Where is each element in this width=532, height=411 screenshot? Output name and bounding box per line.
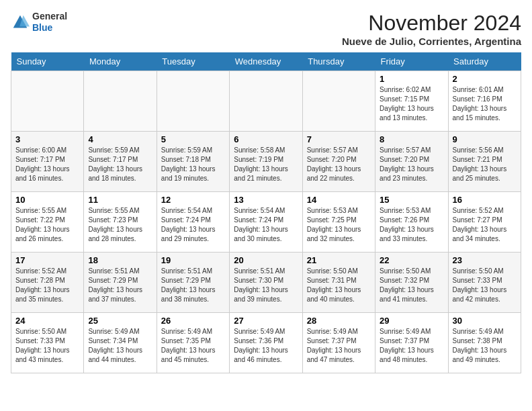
calendar-cell: 14Sunrise: 5:53 AM Sunset: 7:25 PM Dayli… (302, 192, 375, 253)
day-number: 12 (161, 195, 225, 205)
day-number: 14 (307, 195, 371, 205)
day-number: 9 (453, 134, 517, 144)
day-info: Sunrise: 5:57 AM Sunset: 7:20 PM Dayligh… (307, 146, 371, 183)
calendar-week-row: 10Sunrise: 5:55 AM Sunset: 7:22 PM Dayli… (11, 192, 521, 253)
day-number: 24 (15, 316, 79, 326)
day-number: 15 (380, 195, 443, 205)
day-number: 17 (15, 255, 79, 265)
calendar-week-row: 24Sunrise: 5:50 AM Sunset: 7:33 PM Dayli… (11, 313, 521, 373)
calendar-cell: 19Sunrise: 5:51 AM Sunset: 7:29 PM Dayli… (157, 253, 229, 313)
calendar-cell: 22Sunrise: 5:50 AM Sunset: 7:32 PM Dayli… (375, 253, 448, 313)
calendar-cell (11, 71, 84, 132)
calendar-cell: 17Sunrise: 5:52 AM Sunset: 7:28 PM Dayli… (11, 253, 84, 313)
day-info: Sunrise: 5:51 AM Sunset: 7:30 PM Dayligh… (234, 267, 298, 304)
day-info: Sunrise: 5:49 AM Sunset: 7:38 PM Dayligh… (453, 327, 517, 365)
calendar-table: SundayMondayTuesdayWednesdayThursdayFrid… (11, 52, 521, 373)
calendar-cell: 23Sunrise: 5:50 AM Sunset: 7:33 PM Dayli… (448, 253, 521, 313)
month-title: November 2024 (342, 11, 521, 36)
calendar-cell: 11Sunrise: 5:55 AM Sunset: 7:23 PM Dayli… (84, 192, 157, 253)
calendar-cell: 12Sunrise: 5:54 AM Sunset: 7:24 PM Dayli… (157, 192, 229, 253)
day-number: 5 (161, 134, 225, 144)
weekday-header-thursday: Thursday (302, 52, 375, 71)
day-number: 27 (234, 316, 298, 326)
day-info: Sunrise: 5:49 AM Sunset: 7:37 PM Dayligh… (380, 327, 443, 365)
calendar-cell: 16Sunrise: 5:52 AM Sunset: 7:27 PM Dayli… (448, 192, 521, 253)
calendar-cell: 6Sunrise: 5:58 AM Sunset: 7:19 PM Daylig… (230, 132, 302, 192)
day-info: Sunrise: 5:55 AM Sunset: 7:22 PM Dayligh… (15, 206, 79, 244)
day-info: Sunrise: 5:50 AM Sunset: 7:33 PM Dayligh… (15, 327, 79, 365)
day-info: Sunrise: 5:55 AM Sunset: 7:23 PM Dayligh… (88, 206, 152, 244)
calendar-cell (157, 71, 229, 132)
weekday-header-saturday: Saturday (448, 52, 521, 71)
calendar-cell: 5Sunrise: 5:59 AM Sunset: 7:18 PM Daylig… (157, 132, 229, 192)
day-info: Sunrise: 6:02 AM Sunset: 7:15 PM Dayligh… (380, 85, 443, 123)
calendar-cell: 25Sunrise: 5:49 AM Sunset: 7:34 PM Dayli… (84, 313, 157, 373)
day-info: Sunrise: 5:49 AM Sunset: 7:37 PM Dayligh… (307, 327, 371, 365)
calendar-cell: 20Sunrise: 5:51 AM Sunset: 7:30 PM Dayli… (230, 253, 302, 313)
calendar-week-row: 17Sunrise: 5:52 AM Sunset: 7:28 PM Dayli… (11, 253, 521, 313)
calendar-week-row: 3Sunrise: 6:00 AM Sunset: 7:17 PM Daylig… (11, 132, 521, 192)
logo-blue-text: Blue (32, 22, 67, 34)
day-number: 10 (15, 195, 79, 205)
weekday-header-sunday: Sunday (11, 52, 84, 71)
weekday-header-friday: Friday (375, 52, 448, 71)
calendar-cell: 10Sunrise: 5:55 AM Sunset: 7:22 PM Dayli… (11, 192, 84, 253)
calendar-cell: 24Sunrise: 5:50 AM Sunset: 7:33 PM Dayli… (11, 313, 84, 373)
calendar-cell: 18Sunrise: 5:51 AM Sunset: 7:29 PM Dayli… (84, 253, 157, 313)
logo: General Blue (11, 11, 67, 34)
day-info: Sunrise: 5:49 AM Sunset: 7:35 PM Dayligh… (161, 327, 225, 365)
day-info: Sunrise: 5:50 AM Sunset: 7:31 PM Dayligh… (307, 267, 371, 304)
weekday-header-row: SundayMondayTuesdayWednesdayThursdayFrid… (11, 52, 521, 71)
day-number: 4 (88, 134, 152, 144)
day-number: 19 (161, 255, 225, 265)
calendar-cell: 7Sunrise: 5:57 AM Sunset: 7:20 PM Daylig… (302, 132, 375, 192)
day-info: Sunrise: 5:54 AM Sunset: 7:24 PM Dayligh… (161, 206, 225, 244)
day-number: 8 (380, 134, 443, 144)
day-number: 1 (380, 74, 443, 84)
calendar-cell (230, 71, 302, 132)
day-number: 20 (234, 255, 298, 265)
day-info: Sunrise: 5:56 AM Sunset: 7:21 PM Dayligh… (453, 146, 517, 183)
calendar-cell (84, 71, 157, 132)
calendar-cell: 21Sunrise: 5:50 AM Sunset: 7:31 PM Dayli… (302, 253, 375, 313)
weekday-header-wednesday: Wednesday (230, 52, 302, 71)
day-info: Sunrise: 6:01 AM Sunset: 7:16 PM Dayligh… (453, 85, 517, 123)
calendar-cell: 13Sunrise: 5:54 AM Sunset: 7:24 PM Dayli… (230, 192, 302, 253)
calendar-cell: 3Sunrise: 6:00 AM Sunset: 7:17 PM Daylig… (11, 132, 84, 192)
calendar-cell: 28Sunrise: 5:49 AM Sunset: 7:37 PM Dayli… (302, 313, 375, 373)
day-number: 18 (88, 255, 152, 265)
day-info: Sunrise: 5:58 AM Sunset: 7:19 PM Dayligh… (234, 146, 298, 183)
day-number: 30 (453, 316, 517, 326)
day-number: 3 (15, 134, 79, 144)
calendar-cell: 15Sunrise: 5:53 AM Sunset: 7:26 PM Dayli… (375, 192, 448, 253)
day-number: 22 (380, 255, 443, 265)
header: General Blue November 2024 Nueve de Juli… (11, 11, 521, 47)
day-info: Sunrise: 5:53 AM Sunset: 7:26 PM Dayligh… (380, 206, 443, 244)
day-number: 26 (161, 316, 225, 326)
day-number: 6 (234, 134, 298, 144)
day-info: Sunrise: 5:50 AM Sunset: 7:33 PM Dayligh… (453, 267, 517, 304)
day-info: Sunrise: 5:59 AM Sunset: 7:17 PM Dayligh… (88, 146, 152, 183)
logo-general-text: General (32, 11, 67, 22)
day-info: Sunrise: 5:53 AM Sunset: 7:25 PM Dayligh… (307, 206, 371, 244)
day-number: 16 (453, 195, 517, 205)
day-info: Sunrise: 6:00 AM Sunset: 7:17 PM Dayligh… (15, 146, 79, 183)
calendar-cell (302, 71, 375, 132)
day-info: Sunrise: 5:49 AM Sunset: 7:36 PM Dayligh… (234, 327, 298, 365)
day-info: Sunrise: 5:52 AM Sunset: 7:28 PM Dayligh… (15, 267, 79, 304)
calendar-cell: 8Sunrise: 5:57 AM Sunset: 7:20 PM Daylig… (375, 132, 448, 192)
day-number: 13 (234, 195, 298, 205)
calendar-cell: 29Sunrise: 5:49 AM Sunset: 7:37 PM Dayli… (375, 313, 448, 373)
day-info: Sunrise: 5:51 AM Sunset: 7:29 PM Dayligh… (88, 267, 152, 304)
location-text: Nueve de Julio, Corrientes, Argentina (342, 36, 521, 47)
calendar-cell: 1Sunrise: 6:02 AM Sunset: 7:15 PM Daylig… (375, 71, 448, 132)
calendar-cell: 2Sunrise: 6:01 AM Sunset: 7:16 PM Daylig… (448, 71, 521, 132)
day-number: 7 (307, 134, 371, 144)
day-number: 29 (380, 316, 443, 326)
day-number: 25 (88, 316, 152, 326)
calendar-cell: 27Sunrise: 5:49 AM Sunset: 7:36 PM Dayli… (230, 313, 302, 373)
day-number: 11 (88, 195, 152, 205)
calendar-cell: 4Sunrise: 5:59 AM Sunset: 7:17 PM Daylig… (84, 132, 157, 192)
logo-icon (11, 13, 30, 32)
calendar-cell: 9Sunrise: 5:56 AM Sunset: 7:21 PM Daylig… (448, 132, 521, 192)
